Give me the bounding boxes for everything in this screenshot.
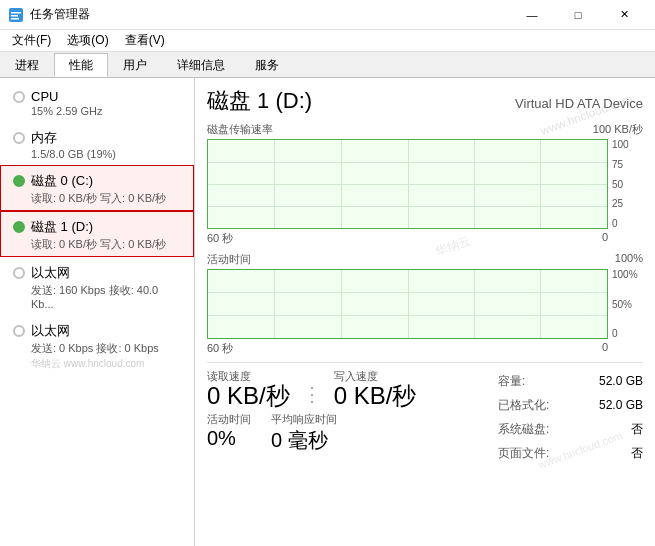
formatted-row: 已格式化: 52.0 GB xyxy=(498,393,643,417)
eth1-title: 以太网 xyxy=(31,322,70,340)
active-time-label: 活动时间 xyxy=(207,412,251,427)
avg-response-value: 0 毫秒 xyxy=(271,427,337,454)
svg-rect-3 xyxy=(11,18,19,20)
avg-response-label: 平均响应时间 xyxy=(271,412,337,427)
active-chart-time: 60 秒 xyxy=(207,341,233,356)
disk0-title: 磁盘 0 (C:) xyxy=(31,172,93,190)
transfer-chart xyxy=(207,139,608,229)
stats-right: 容量: 52.0 GB 已格式化: 52.0 GB 系统磁盘: 否 页面文件: … xyxy=(498,369,643,465)
transfer-chart-max: 100 KB/秒 xyxy=(593,122,643,137)
eth1-watermark: 华纳云 www.hncloud.com xyxy=(31,357,183,371)
title-bar: 任务管理器 — □ ✕ xyxy=(0,0,655,30)
sidebar-item-disk0[interactable]: 磁盘 0 (C:) 读取: 0 KB/秒 写入: 0 KB/秒 xyxy=(0,165,194,211)
active-chart-zero: 0 xyxy=(602,341,608,356)
minimize-button[interactable]: — xyxy=(509,0,555,30)
eth0-title: 以太网 xyxy=(31,264,70,282)
sidebar-item-eth0[interactable]: 以太网 发送: 160 Kbps 接收: 40.0 Kb... xyxy=(0,257,194,315)
eth0-sub: 发送: 160 Kbps 接收: 40.0 Kb... xyxy=(31,283,183,310)
cpu-indicator xyxy=(13,91,25,103)
memory-indicator xyxy=(13,132,25,144)
capacity-row: 容量: 52.0 GB xyxy=(498,369,643,393)
eth1-indicator xyxy=(13,325,25,337)
tab-users[interactable]: 用户 xyxy=(108,53,162,77)
separator1: ⋮ xyxy=(302,382,322,406)
menu-options[interactable]: 选项(O) xyxy=(59,30,116,51)
write-speed-item: 写入速度 0 KB/秒 xyxy=(334,369,417,408)
active-chart-y-labels: 100% 50% 0 xyxy=(608,269,643,339)
sys-disk-row: 系统磁盘: 否 xyxy=(498,417,643,441)
speed-row: 读取速度 0 KB/秒 ⋮ 写入速度 0 KB/秒 xyxy=(207,369,498,408)
disk0-sub: 读取: 0 KB/秒 写入: 0 KB/秒 xyxy=(31,191,183,206)
write-speed-value: 0 KB/秒 xyxy=(334,384,417,408)
sidebar-item-disk1[interactable]: 磁盘 1 (D:) 读取: 0 KB/秒 写入: 0 KB/秒 xyxy=(0,211,194,257)
sys-disk-value: 否 xyxy=(631,417,643,441)
active-chart-max: 100% xyxy=(615,252,643,267)
formatted-label: 已格式化: xyxy=(498,393,549,417)
page-file-value: 否 xyxy=(631,441,643,465)
active-time-value: 0% xyxy=(207,427,251,450)
transfer-chart-zero: 0 xyxy=(602,231,608,246)
sidebar-item-memory[interactable]: 内存 1.5/8.0 GB (19%) xyxy=(0,122,194,165)
active-chart xyxy=(207,269,608,339)
disk1-sub: 读取: 0 KB/秒 写入: 0 KB/秒 xyxy=(31,237,183,252)
sidebar-item-eth1[interactable]: 以太网 发送: 0 Kbps 接收: 0 Kbps 华纳云 www.hnclou… xyxy=(0,315,194,376)
active-chart-section: 活动时间 100% 100% 50% 0 xyxy=(207,252,643,356)
read-speed-value: 0 KB/秒 xyxy=(207,384,290,408)
app-icon xyxy=(8,7,24,23)
page-file-row: 页面文件: 否 xyxy=(498,441,643,465)
active-chart-label: 活动时间 xyxy=(207,252,251,267)
disk1-indicator xyxy=(13,221,25,233)
tab-details[interactable]: 详细信息 xyxy=(162,53,240,77)
svg-rect-2 xyxy=(11,15,18,17)
cpu-sub: 15% 2.59 GHz xyxy=(31,105,183,117)
menu-bar: 文件(F) 选项(O) 查看(V) xyxy=(0,30,655,52)
memory-title: 内存 xyxy=(31,129,57,147)
tab-services[interactable]: 服务 xyxy=(240,53,294,77)
svg-rect-1 xyxy=(11,12,21,14)
transfer-chart-label: 磁盘传输速率 xyxy=(207,122,273,137)
tab-performance[interactable]: 性能 xyxy=(54,53,108,77)
device-name: Virtual HD ATA Device xyxy=(515,96,643,111)
transfer-chart-y-labels: 100 75 50 25 0 xyxy=(608,139,643,229)
sidebar: CPU 15% 2.59 GHz 内存 1.5/8.0 GB (19%) 磁盘 … xyxy=(0,78,195,546)
disk-title: 磁盘 1 (D:) xyxy=(207,86,312,116)
disk0-indicator xyxy=(13,175,25,187)
menu-view[interactable]: 查看(V) xyxy=(117,30,173,51)
content-area: www.hncloud.com 华纳云 www.hncloud.com 磁盘 1… xyxy=(195,78,655,546)
tab-process[interactable]: 进程 xyxy=(0,53,54,77)
transfer-chart-section: 磁盘传输速率 100 KB/秒 100 7 xyxy=(207,122,643,246)
disk1-title: 磁盘 1 (D:) xyxy=(31,218,93,236)
transfer-chart-time: 60 秒 xyxy=(207,231,233,246)
window-title: 任务管理器 xyxy=(30,6,90,23)
sys-disk-label: 系统磁盘: xyxy=(498,417,549,441)
window-controls: — □ ✕ xyxy=(509,0,647,30)
read-speed-item: 读取速度 0 KB/秒 xyxy=(207,369,290,408)
capacity-value: 52.0 GB xyxy=(599,369,643,393)
maximize-button[interactable]: □ xyxy=(555,0,601,30)
menu-file[interactable]: 文件(F) xyxy=(4,30,59,51)
stats-area: 读取速度 0 KB/秒 ⋮ 写入速度 0 KB/秒 活动时间 xyxy=(207,362,643,465)
stats-left: 读取速度 0 KB/秒 ⋮ 写入速度 0 KB/秒 活动时间 xyxy=(207,369,498,465)
tab-bar: 进程 性能 用户 详细信息 服务 xyxy=(0,52,655,78)
eth1-sub: 发送: 0 Kbps 接收: 0 Kbps xyxy=(31,341,183,356)
timing-row: 活动时间 0% 平均响应时间 0 毫秒 xyxy=(207,412,498,454)
capacity-label: 容量: xyxy=(498,369,525,393)
eth0-indicator xyxy=(13,267,25,279)
memory-sub: 1.5/8.0 GB (19%) xyxy=(31,148,183,160)
avg-response-item: 平均响应时间 0 毫秒 xyxy=(271,412,337,454)
cpu-title: CPU xyxy=(31,89,58,104)
active-time-item: 活动时间 0% xyxy=(207,412,251,454)
page-file-label: 页面文件: xyxy=(498,441,549,465)
sidebar-item-cpu[interactable]: CPU 15% 2.59 GHz xyxy=(0,82,194,122)
close-button[interactable]: ✕ xyxy=(601,0,647,30)
main-area: CPU 15% 2.59 GHz 内存 1.5/8.0 GB (19%) 磁盘 … xyxy=(0,78,655,546)
formatted-value: 52.0 GB xyxy=(599,393,643,417)
